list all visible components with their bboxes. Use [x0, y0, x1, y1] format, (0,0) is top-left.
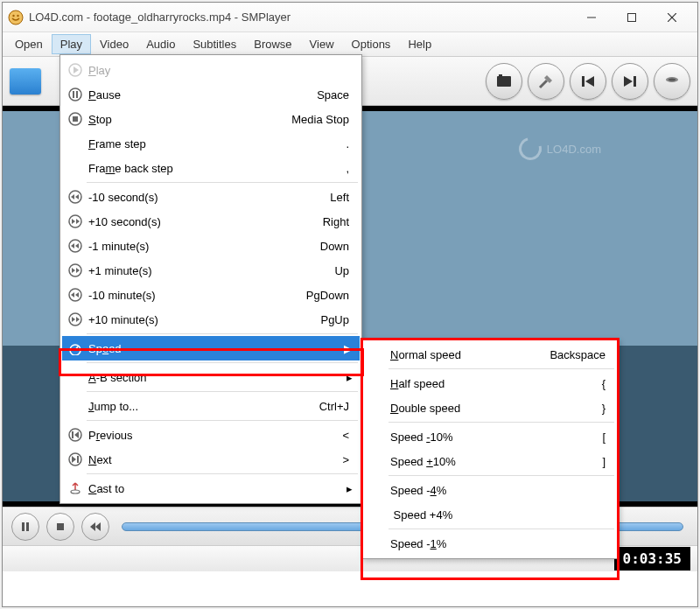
frame-back-shortcut: , — [346, 162, 349, 175]
back1m-label: -1 minute(s) — [88, 240, 149, 253]
forward-icon — [66, 263, 85, 277]
svg-marker-49 — [74, 431, 79, 438]
menu-pause-item[interactable]: PauseSpace — [62, 82, 360, 107]
next-track-button[interactable] — [612, 63, 648, 100]
half-shortcut: { — [602, 377, 606, 390]
separator — [388, 368, 614, 369]
menu-help[interactable]: Help — [399, 34, 440, 54]
back10s-label: -10 second(s) — [88, 191, 158, 204]
p10-shortcut: ] — [602, 455, 606, 468]
svg-rect-23 — [73, 91, 74, 98]
watermark: LO4D.com — [519, 137, 601, 160]
back1m-shortcut: Down — [320, 240, 349, 253]
pause-button[interactable] — [11, 513, 39, 541]
menu-audio[interactable]: Audio — [137, 34, 184, 54]
prev-shortcut: < — [342, 429, 349, 442]
separator — [87, 182, 358, 183]
svg-rect-17 — [57, 523, 64, 530]
menu-fwd1m-item[interactable]: +1 minute(s)Up — [62, 258, 360, 283]
speed-submenu: Normal speedBackspace Half speed{ Double… — [361, 339, 619, 559]
separator — [388, 475, 614, 476]
svg-point-1 — [12, 14, 14, 16]
svg-point-14 — [668, 78, 676, 80]
menu-fwd10m-item[interactable]: +10 minute(s)PgUp — [62, 307, 360, 332]
svg-marker-31 — [72, 219, 75, 224]
rewind-button[interactable] — [81, 513, 109, 541]
rewind-icon — [66, 288, 85, 302]
pause-shortcut: Space — [317, 88, 349, 102]
play-menu-dropdown: Play PauseSpace StopMedia Stop Frame ste… — [60, 54, 362, 504]
maximize-button[interactable] — [612, 6, 652, 29]
separator — [388, 422, 614, 423]
pause-icon — [66, 88, 85, 102]
menu-previous-item[interactable]: Previous< — [62, 423, 360, 447]
app-icon — [8, 10, 24, 25]
speed-icon — [66, 341, 85, 355]
menu-jumpto-item[interactable]: Jump to...Ctrl+J — [62, 394, 360, 418]
speed-half-item[interactable]: Half speed{ — [364, 371, 616, 396]
speed-minus1-item[interactable]: Speed -1% — [364, 531, 616, 556]
menu-browse[interactable]: Browse — [245, 34, 300, 54]
separator — [87, 473, 358, 474]
stop-button[interactable] — [46, 513, 74, 541]
speed-plus10-item[interactable]: Speed +10%] — [364, 449, 616, 473]
svg-rect-8 — [499, 74, 502, 77]
cast-icon — [66, 481, 85, 495]
svg-marker-29 — [75, 194, 79, 200]
window-title: LO4D.com - footage_oldharryrocks.mp4 - S… — [29, 10, 571, 24]
minimize-button[interactable] — [571, 6, 612, 29]
menu-frame-back-item[interactable]: Frame back step, — [62, 156, 360, 180]
rewind-icon — [66, 190, 85, 204]
speed-plus4-item[interactable]: Speed +4% — [364, 502, 616, 527]
menu-open[interactable]: Open — [6, 34, 52, 54]
svg-marker-43 — [72, 317, 75, 322]
menu-ab-section-item[interactable]: A-B section▸ — [62, 365, 360, 389]
svg-rect-16 — [26, 522, 29, 531]
svg-rect-4 — [628, 13, 636, 21]
separator — [87, 420, 358, 421]
svg-marker-19 — [95, 522, 101, 531]
volume-button[interactable] — [654, 63, 690, 100]
m10-shortcut: [ — [602, 430, 606, 444]
svg-marker-18 — [90, 522, 95, 531]
menu-cast-item[interactable]: Cast to▸ — [62, 476, 360, 500]
speed-minus10-item[interactable]: Speed -10%[ — [364, 424, 616, 449]
rewind-icon — [66, 239, 85, 253]
menu-video[interactable]: Video — [91, 34, 137, 54]
svg-rect-51 — [77, 456, 79, 463]
menu-view[interactable]: View — [301, 34, 343, 54]
menu-speed-item[interactable]: Speed▶ — [62, 336, 360, 360]
next-icon — [66, 452, 85, 466]
menu-frame-step-item[interactable]: Frame step. — [62, 131, 360, 156]
svg-marker-32 — [76, 219, 80, 224]
submenu-arrow-icon: ▶ — [344, 342, 353, 355]
speed-double-item[interactable]: Double speed} — [364, 396, 616, 420]
speed-normal-item[interactable]: Normal speedBackspace — [364, 342, 616, 367]
speed-minus4-item[interactable]: Speed -4% — [364, 478, 616, 502]
menu-next-item[interactable]: Next> — [62, 447, 360, 472]
menu-back1m-item[interactable]: -1 minute(s)Down — [62, 234, 360, 258]
fwd10s-label: +10 second(s) — [88, 215, 161, 228]
menu-subtitles[interactable]: Subtitles — [184, 34, 245, 54]
separator — [388, 528, 614, 529]
menu-options[interactable]: Options — [343, 34, 400, 54]
menu-back10s-item[interactable]: -10 second(s)Left — [62, 185, 360, 209]
menu-back10m-item[interactable]: -10 minute(s)PgDown — [62, 283, 360, 307]
menu-stop-item[interactable]: StopMedia Stop — [62, 107, 360, 131]
menu-play-item[interactable]: Play — [62, 58, 360, 82]
previous-track-button[interactable] — [570, 63, 606, 100]
fwd1m-label: +1 minute(s) — [88, 264, 152, 277]
time-display: 0:03:35 — [614, 547, 690, 570]
menu-play[interactable]: Play — [52, 34, 91, 54]
svg-marker-44 — [76, 317, 80, 322]
close-button[interactable] — [652, 6, 692, 29]
fwd10m-label: +10 minute(s) — [88, 313, 158, 326]
preferences-button[interactable] — [528, 63, 564, 100]
separator — [87, 362, 358, 363]
menu-fwd10s-item[interactable]: +10 second(s)Right — [62, 209, 360, 234]
media-info-button[interactable] — [486, 63, 522, 100]
svg-rect-15 — [22, 522, 24, 531]
open-folder-button[interactable] — [10, 68, 41, 94]
separator — [87, 391, 358, 392]
svg-marker-35 — [75, 243, 79, 248]
